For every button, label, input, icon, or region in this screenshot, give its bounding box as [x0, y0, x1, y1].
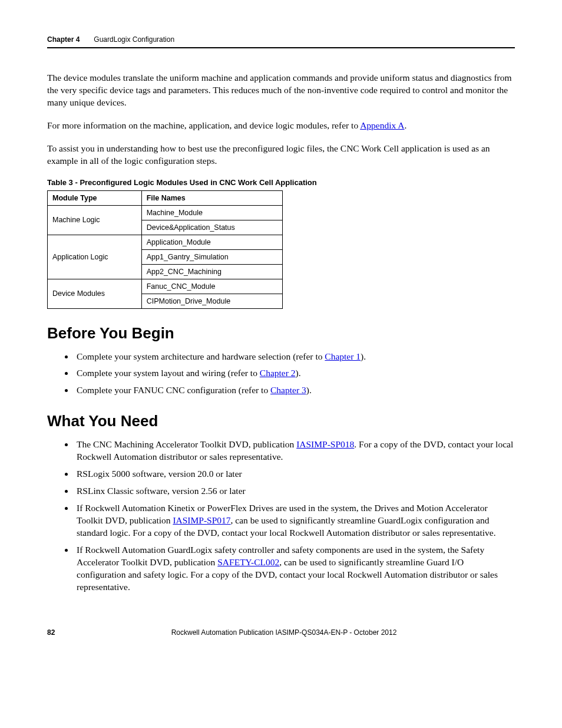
- list-item-post: ).: [361, 351, 366, 361]
- what-you-need-list: The CNC Machining Accelerator Toolkit DV…: [47, 439, 515, 593]
- paragraph-intro-3: To assist you in understanding how to be…: [47, 143, 515, 167]
- list-item-post: ).: [296, 368, 301, 378]
- list-item-post: ).: [306, 385, 312, 395]
- before-you-begin-list: Complete your system architecture and ha…: [47, 351, 515, 397]
- table-cell-file: Machine_Module: [141, 205, 282, 220]
- appendix-a-link[interactable]: Appendix A: [360, 120, 404, 130]
- list-item-pre: Complete your FANUC CNC configuration (r…: [77, 385, 270, 395]
- chapter-link[interactable]: Chapter 3: [270, 385, 306, 395]
- table-row: Application LogicApplication_Module: [48, 235, 283, 249]
- publication-link[interactable]: SAFETY-CL002: [217, 557, 279, 567]
- paragraph-intro-2: For more information on the machine, app…: [47, 120, 515, 132]
- table-header-type: Module Type: [48, 190, 142, 205]
- p2-post: .: [405, 120, 407, 130]
- list-item: RSLinx Classic software, version 2.56 or…: [74, 485, 515, 498]
- list-item-pre: RSLinx Classic software, version 2.56 or…: [77, 486, 246, 496]
- list-item-pre: The CNC Machining Accelerator Toolkit DV…: [77, 439, 296, 449]
- table-cell-file: Fanuc_CNC_Module: [141, 279, 282, 294]
- logic-modules-table: Module Type File Names Machine LogicMach…: [47, 190, 283, 309]
- publication-link[interactable]: IASIMP-SP017: [173, 515, 230, 525]
- table-cell-file: App1_Gantry_Simulation: [141, 249, 282, 264]
- footer-publication: Rockwell Automation Publication IASIMP-Q…: [55, 628, 513, 637]
- p2-pre: For more information on the machine, app…: [47, 120, 360, 130]
- list-item: The CNC Machining Accelerator Toolkit DV…: [74, 439, 515, 463]
- footer-pub-date: October 2012: [354, 628, 397, 637]
- chapter-link[interactable]: Chapter 1: [325, 351, 361, 361]
- list-item: If Rockwell Automation Kinetix or PowerF…: [74, 502, 515, 539]
- list-item: RSLogix 5000 software, version 20.0 or l…: [74, 468, 515, 480]
- list-item-pre: Complete your system layout and wiring (…: [77, 368, 260, 378]
- table-header-files: File Names: [141, 190, 282, 205]
- table-cell-file: Application_Module: [141, 235, 282, 249]
- footer-spacer: [513, 628, 515, 637]
- table-cell-file: App2_CNC_Machining: [141, 264, 282, 279]
- before-you-begin-heading: Before You Begin: [47, 324, 515, 342]
- table-cell-type: Machine Logic: [48, 205, 142, 235]
- header-chapter: Chapter 4: [47, 35, 80, 44]
- table-cell-file: CIPMotion_Drive_Module: [141, 294, 282, 308]
- what-you-need-heading: What You Need: [47, 412, 515, 430]
- table-cell-type: Device Modules: [48, 279, 142, 308]
- table-row: Device ModulesFanuc_CNC_Module: [48, 279, 283, 294]
- page-footer: 82 Rockwell Automation Publication IASIM…: [47, 628, 515, 637]
- chapter-link[interactable]: Chapter 2: [260, 368, 296, 378]
- page-header: Chapter 4 GuardLogix Configuration: [47, 35, 515, 48]
- list-item: If Rockwell Automation GuardLogix safety…: [74, 544, 515, 594]
- publication-link[interactable]: IASIMP-SP018: [296, 439, 354, 449]
- table-caption: Table 3 - Preconfigured Logic Modules Us…: [47, 178, 515, 187]
- table-cell-type: Application Logic: [48, 235, 142, 279]
- paragraph-intro-1: The device modules translate the uniform…: [47, 72, 515, 109]
- list-item-pre: Complete your system architecture and ha…: [77, 351, 325, 361]
- list-item: Complete your system architecture and ha…: [74, 351, 515, 363]
- list-item-pre: RSLogix 5000 software, version 20.0 or l…: [77, 469, 242, 479]
- header-title: GuardLogix Configuration: [94, 35, 174, 44]
- footer-pub-pre: Rockwell Automation Publication IASIMP-Q…: [171, 628, 354, 637]
- list-item: Complete your system layout and wiring (…: [74, 367, 515, 380]
- table-cell-file: Device&Application_Status: [141, 220, 282, 235]
- footer-page-number: 82: [47, 628, 55, 637]
- list-item: Complete your FANUC CNC configuration (r…: [74, 384, 515, 397]
- table-row: Machine LogicMachine_Module: [48, 205, 283, 220]
